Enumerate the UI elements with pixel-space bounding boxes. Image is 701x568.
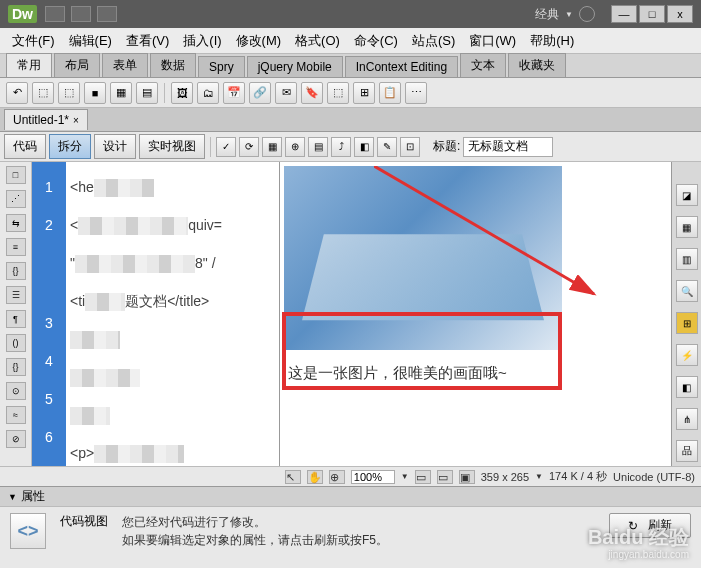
code-view-button[interactable]: 代码: [4, 134, 46, 159]
tool-icon[interactable]: ▤: [136, 82, 158, 104]
tool-icon[interactable]: ⬚: [327, 82, 349, 104]
menu-modify[interactable]: 修改(M): [230, 30, 288, 52]
gutter-icon[interactable]: ⊙: [6, 382, 26, 400]
collapse-icon[interactable]: ▼: [8, 492, 17, 502]
tool-icon[interactable]: 📅: [223, 82, 245, 104]
gutter-icon[interactable]: ≡: [6, 238, 26, 256]
tool-icon[interactable]: ⬚: [32, 82, 54, 104]
menu-site[interactable]: 站点(S): [406, 30, 461, 52]
tool-icon[interactable]: ↶: [6, 82, 28, 104]
gutter-icon[interactable]: {}: [6, 262, 26, 280]
pointer-icon[interactable]: ↖: [285, 470, 301, 484]
gutter-icon[interactable]: ⋰: [6, 190, 26, 208]
dimensions-label[interactable]: 359 x 265: [481, 471, 529, 483]
tool-icon[interactable]: ⬚: [58, 82, 80, 104]
dropdown-icon[interactable]: ▼: [565, 10, 573, 19]
tool-icon[interactable]: 🗂: [197, 82, 219, 104]
vt-icon[interactable]: ▤: [308, 137, 328, 157]
close-icon[interactable]: ×: [73, 115, 79, 126]
split-view-button[interactable]: 拆分: [49, 134, 91, 159]
properties-header[interactable]: ▼ 属性: [0, 487, 701, 507]
refresh-icon: ↻: [628, 519, 638, 533]
menu-file[interactable]: 文件(F): [6, 30, 61, 52]
layout-icon[interactable]: [97, 6, 117, 22]
tab-text[interactable]: 文本: [460, 53, 506, 77]
hand-icon[interactable]: ✋: [307, 470, 323, 484]
gutter-icon[interactable]: ≈: [6, 406, 26, 424]
title-input[interactable]: [463, 137, 553, 157]
anchor-icon[interactable]: 🔖: [301, 82, 323, 104]
gutter-icon[interactable]: ⇆: [6, 214, 26, 232]
tab-incontext[interactable]: InContext Editing: [345, 56, 458, 77]
menu-help[interactable]: 帮助(H): [524, 30, 580, 52]
menu-format[interactable]: 格式(O): [289, 30, 346, 52]
gutter-icon[interactable]: ⊘: [6, 430, 26, 448]
vt-icon[interactable]: ◧: [354, 137, 374, 157]
tab-data[interactable]: 数据: [150, 53, 196, 77]
dropdown-icon[interactable]: ▼: [535, 472, 543, 481]
close-button[interactable]: x: [667, 5, 693, 23]
search-icon[interactable]: [579, 6, 595, 22]
vt-icon[interactable]: ▦: [262, 137, 282, 157]
layout-icon[interactable]: [45, 6, 65, 22]
gutter-icon[interactable]: □: [6, 166, 26, 184]
panel-icon[interactable]: ▦: [676, 216, 698, 238]
panel-icon[interactable]: ⚡: [676, 344, 698, 366]
panel-icon[interactable]: 🔍: [676, 280, 698, 302]
vt-icon[interactable]: ⊕: [285, 137, 305, 157]
sb-icon[interactable]: ▭: [415, 470, 431, 484]
menu-edit[interactable]: 编辑(E): [63, 30, 118, 52]
layout-icon[interactable]: [71, 6, 91, 22]
tool-icon[interactable]: 📋: [379, 82, 401, 104]
sb-icon[interactable]: ▭: [437, 470, 453, 484]
zoom-input[interactable]: [351, 470, 395, 484]
minimize-button[interactable]: —: [611, 5, 637, 23]
tab-layout[interactable]: 布局: [54, 53, 100, 77]
panel-icon[interactable]: ◪: [676, 184, 698, 206]
panel-icon[interactable]: ◧: [676, 376, 698, 398]
refresh-button[interactable]: ↻ 刷新: [609, 513, 691, 538]
panel-icon[interactable]: ▥: [676, 248, 698, 270]
code-gutter: □ ⋰ ⇆ ≡ {} ☰ ¶ () {} ⊙ ≈ ⊘: [0, 162, 32, 466]
design-caption[interactable]: 这是一张图片，很唯美的画面哦~: [288, 364, 507, 383]
live-view-button[interactable]: 实时视图: [139, 134, 205, 159]
menu-command[interactable]: 命令(C): [348, 30, 404, 52]
vt-icon[interactable]: ⟳: [239, 137, 259, 157]
tool-icon[interactable]: ⋯: [405, 82, 427, 104]
document-tab[interactable]: Untitled-1* ×: [4, 109, 88, 130]
tool-icon[interactable]: ⊞: [353, 82, 375, 104]
panel-icon[interactable]: ⊞: [676, 312, 698, 334]
image-icon[interactable]: 🖼: [171, 82, 193, 104]
code-pane[interactable]: 1 2 3 4 5 6 7 <he <quiv= "8" / <ti题文档</t…: [32, 162, 280, 466]
design-view-button[interactable]: 设计: [94, 134, 136, 159]
dropdown-icon[interactable]: ▼: [401, 472, 409, 481]
menu-window[interactable]: 窗口(W): [463, 30, 522, 52]
zoom-icon[interactable]: ⊕: [329, 470, 345, 484]
email-icon[interactable]: ✉: [275, 82, 297, 104]
workspace-label[interactable]: 经典: [535, 6, 559, 23]
tab-jquery[interactable]: jQuery Mobile: [247, 56, 343, 77]
gutter-icon[interactable]: (): [6, 334, 26, 352]
menu-insert[interactable]: 插入(I): [177, 30, 227, 52]
tab-fav[interactable]: 收藏夹: [508, 53, 566, 77]
tab-form[interactable]: 表单: [102, 53, 148, 77]
vt-icon[interactable]: ⊡: [400, 137, 420, 157]
tab-common[interactable]: 常用: [6, 53, 52, 77]
link-icon[interactable]: 🔗: [249, 82, 271, 104]
panel-icon[interactable]: ⋔: [676, 408, 698, 430]
gutter-icon[interactable]: ¶: [6, 310, 26, 328]
tool-icon[interactable]: ■: [84, 82, 106, 104]
sb-icon[interactable]: ▣: [459, 470, 475, 484]
vt-icon[interactable]: ✎: [377, 137, 397, 157]
menu-view[interactable]: 查看(V): [120, 30, 175, 52]
panel-icon[interactable]: 品: [676, 440, 698, 462]
gutter-icon[interactable]: ☰: [6, 286, 26, 304]
tab-spry[interactable]: Spry: [198, 56, 245, 77]
vt-icon[interactable]: ⤴: [331, 137, 351, 157]
design-pane[interactable]: 这是一张图片，很唯美的画面哦~: [280, 162, 671, 466]
tool-icon[interactable]: ▦: [110, 82, 132, 104]
gutter-icon[interactable]: {}: [6, 358, 26, 376]
maximize-button[interactable]: □: [639, 5, 665, 23]
vt-icon[interactable]: ✓: [216, 137, 236, 157]
code-content[interactable]: <he <quiv= "8" / <ti题文档</title> <p>: [66, 162, 279, 466]
